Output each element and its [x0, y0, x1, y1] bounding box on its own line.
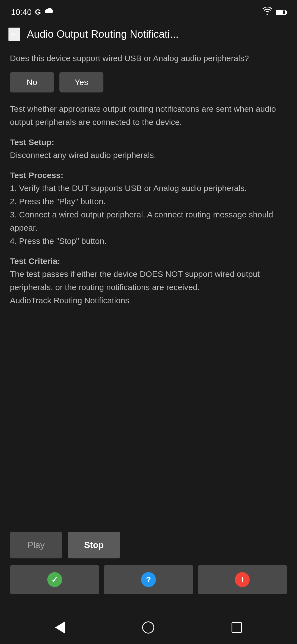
test-criteria-body: The test passes if either the device DOE… [10, 268, 287, 307]
test-process-body: 1. Verify that the DUT supports USB or A… [10, 182, 287, 248]
nav-recent-button[interactable] [229, 620, 245, 635]
page-title: Audio Output Routing Notificati... [27, 28, 178, 40]
main-content: Does this device support wired USB or An… [0, 47, 297, 611]
nav-recent-icon [232, 622, 242, 633]
nav-back-button[interactable] [52, 619, 68, 636]
wifi-icon [262, 7, 272, 17]
test-setup-section: Test Setup: Disconnect any wired audio p… [10, 138, 287, 171]
playback-buttons: Play Stop [10, 532, 287, 558]
bottom-nav [0, 611, 297, 644]
back-button[interactable]: ← [8, 28, 20, 41]
test-process-title: Test Process: [10, 171, 287, 180]
status-right [262, 7, 286, 17]
pass-button[interactable]: ✓ [10, 565, 99, 594]
choice-button-row: No Yes [10, 72, 287, 92]
result-buttons: ✓ ? ! [10, 565, 287, 594]
back-arrow-icon: ← [9, 28, 20, 40]
no-button[interactable]: No [10, 72, 54, 92]
test-setup-title: Test Setup: [10, 138, 287, 147]
nav-home-icon [142, 621, 154, 634]
info-button[interactable]: ? [104, 565, 193, 594]
playback-section: Play Stop ✓ ? ! [10, 523, 287, 605]
google-icon: G [35, 8, 41, 17]
time-display: 10:40 [11, 7, 32, 17]
question-text: Does this device support wired USB or An… [10, 52, 287, 64]
description-text: Test whether appropriate output routing … [10, 102, 287, 129]
play-button[interactable]: Play [10, 532, 62, 558]
cloud-icon [44, 7, 54, 17]
test-setup-body: Disconnect any wired audio peripherals. [10, 149, 287, 162]
fail-icon: ! [235, 572, 250, 587]
test-process-section: Test Process: 1. Verify that the DUT sup… [10, 171, 287, 256]
yes-button[interactable]: Yes [59, 72, 103, 92]
status-left: 10:40 G [11, 7, 54, 17]
test-criteria-title: Test Criteria: [10, 256, 287, 266]
stop-button[interactable]: Stop [68, 532, 120, 558]
test-criteria-section: Test Criteria: The test passes if either… [10, 256, 287, 316]
pass-icon: ✓ [47, 572, 62, 587]
info-icon: ? [141, 572, 156, 587]
header: ← Audio Output Routing Notificati... [0, 22, 297, 47]
battery-icon [276, 7, 286, 17]
nav-back-icon [55, 621, 65, 634]
status-bar: 10:40 G [0, 0, 297, 22]
fail-button[interactable]: ! [198, 565, 287, 594]
nav-home-button[interactable] [139, 619, 157, 636]
